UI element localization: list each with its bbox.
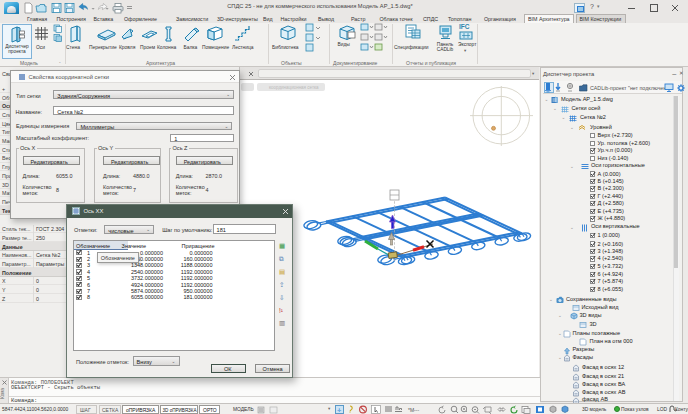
svg-text:*М---: *М--- <box>408 407 419 413</box>
